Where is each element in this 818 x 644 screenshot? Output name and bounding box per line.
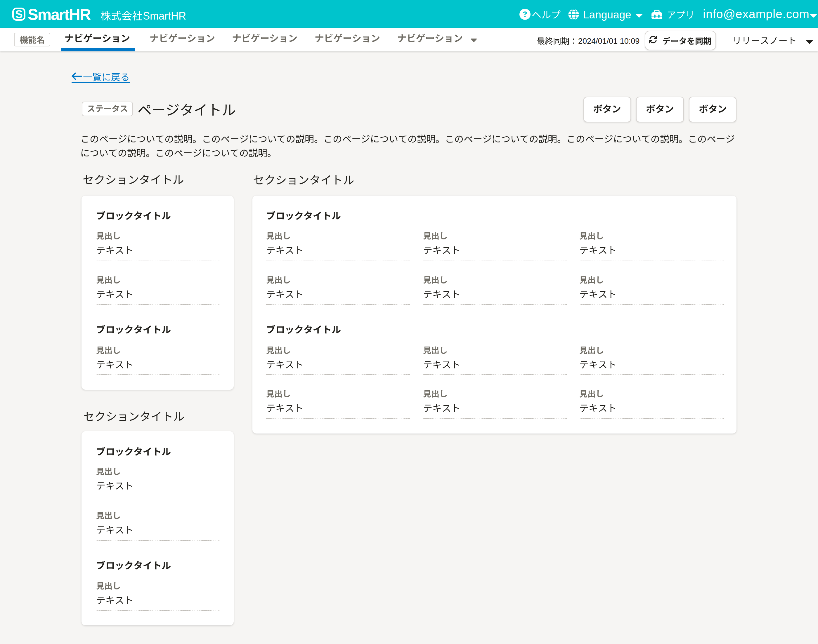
svg-text:S: S <box>15 8 23 20</box>
